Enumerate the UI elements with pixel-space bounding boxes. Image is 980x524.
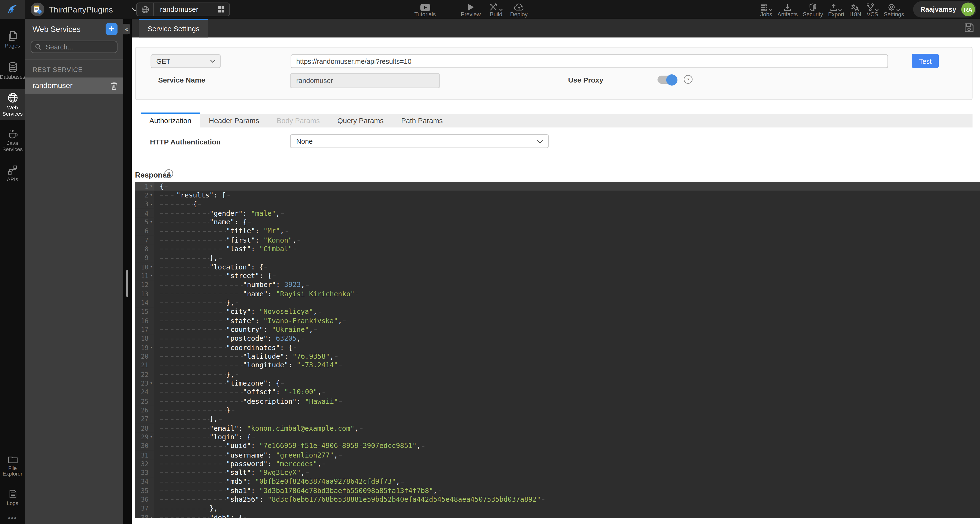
code-line[interactable]: 25"description": "Hawaii" [135,397,980,406]
tutorials-button[interactable]: Tutorials [414,0,436,19]
open-service-tab[interactable]: randomuser [136,2,230,16]
sidebar-item-logs[interactable]: Logs [0,486,25,510]
code-line[interactable]: 17"country": "Ukraine", [135,325,980,334]
code-line[interactable]: 4"gender": "male", [135,209,980,218]
security-button[interactable]: Security [800,0,826,19]
code-line[interactable]: 31"username": "greenlion277", [135,451,980,459]
preview-button[interactable]: Preview [461,0,480,19]
code-line[interactable]: 2▾"results": [ [135,191,980,200]
code-line[interactable]: 38▾"dob": { [135,513,980,518]
vcs-button[interactable]: VCS [864,0,881,19]
panel-resize-handle[interactable] [126,270,128,297]
http-method-select[interactable]: GET [151,54,221,68]
chevron-down-icon [875,8,879,11]
code-line[interactable]: 14}, [135,298,980,307]
code-line[interactable]: 27}, [135,414,980,424]
code-line[interactable]: 7"first": "Konon", [135,236,980,245]
sidebar-item-web-services[interactable]: Web Services [0,89,25,120]
project-icon [31,2,45,16]
code-line[interactable]: 1▾{ [135,182,980,191]
code-line[interactable]: 5▾"name": { [135,218,980,227]
service-name-input[interactable] [290,73,440,88]
code-line[interactable]: 37}, [135,504,980,513]
build-button[interactable]: Build [489,0,503,19]
code-line[interactable]: 29▾"login": { [135,433,980,441]
folder-icon [7,456,18,464]
request-url-input[interactable] [291,54,888,68]
jobs-button[interactable]: Jobs [757,0,775,19]
more-options-icon[interactable]: ••• [8,514,17,521]
panel-edge-strip: « [123,19,132,524]
export-button[interactable]: Export [826,0,847,19]
tab-service-settings[interactable]: Service Settings [139,19,208,37]
code-line[interactable]: 30"uuid": "7e166959-f51e-4906-8959-3907e… [135,441,980,450]
code-line[interactable]: 18"postcode": 63205, [135,334,980,343]
code-line[interactable]: 28"email": "konon.cimbal@example.com", [135,424,980,433]
i18n-button[interactable]: I18N [847,0,864,19]
code-line[interactable]: 3▾{ [135,200,980,209]
service-search[interactable] [31,41,118,53]
code-line[interactable]: 13"name": "Rayisi Kirichenko" [135,289,980,298]
proxy-help-icon[interactable]: ? [684,75,692,84]
code-line[interactable]: 11▾"street": { [135,272,980,280]
delete-service-icon[interactable] [111,82,118,90]
code-line[interactable]: 12"number": 3923, [135,280,980,289]
app-logo[interactable] [0,0,25,19]
sidebar-item-databases[interactable]: Databases [0,58,25,83]
sidebar-item-file-explorer[interactable]: File Explorer [0,452,25,481]
service-list-item-randomuser[interactable]: randomuser [25,78,123,94]
code-line[interactable]: 15"city": "Novoselicya", [135,307,980,316]
use-proxy-toggle[interactable] [657,76,676,84]
param-tab-strip: Header Params Body Params Query Params P… [200,114,972,127]
settings-button[interactable]: Settings [881,0,907,19]
code-line[interactable]: 34"md5": "0bfb2e0f82463874aa9278642cfd9f… [135,477,980,486]
tab-header-params[interactable]: Header Params [200,117,268,124]
tab-path-params[interactable]: Path Params [392,117,451,124]
code-line[interactable]: 22}, [135,370,980,379]
globe-icon [7,93,18,103]
code-line[interactable]: 8"last": "Cimbal" [135,245,980,253]
code-line[interactable]: 19▾"coordinates": { [135,343,980,352]
code-line[interactable]: 21"longitude": "-73.2414" [135,361,980,370]
code-line[interactable]: 9}, [135,253,980,262]
http-authentication-select[interactable]: None [290,134,549,148]
gear-icon [888,3,896,11]
grid-icon[interactable] [217,6,225,13]
search-input[interactable] [45,43,113,51]
server-stack-icon [760,3,768,11]
code-line[interactable]: 24"offset": "-10:00", [135,388,980,397]
tutorials-icon [420,3,430,11]
cloud-upload-icon [514,3,524,11]
code-line[interactable]: 36"sha256": "8d3cf6eb617768b6538881e59bd… [135,495,980,504]
user-menu[interactable]: Raajvamsy RA [913,1,976,17]
service-settings-content: GET Test Service Name Use Proxy ? Author… [132,37,980,524]
test-button[interactable]: Test [912,54,939,68]
code-line[interactable]: 32"password": "mercedes", [135,459,980,468]
response-help-icon[interactable]: ? [164,169,173,178]
project-name: ThirdPartyPlugins [49,5,113,14]
code-line[interactable]: 23▾"timezone": { [135,379,980,388]
left-nav-rail: Pages Databases Web Services Java Servic… [0,19,25,524]
code-line[interactable]: 26} [135,406,980,414]
tab-authorization[interactable]: Authorization [141,113,200,128]
sidebar-item-apis[interactable]: APIs [0,161,25,186]
http-authentication-label: HTTP Authentication [150,138,221,146]
sidebar-item-java-services[interactable]: Java Services [0,126,25,156]
code-line[interactable]: 6"title": "Mr", [135,227,980,236]
code-line[interactable]: 10▾"location": { [135,262,980,272]
add-service-button[interactable]: + [106,23,117,35]
tab-query-params[interactable]: Query Params [329,117,392,124]
collapse-panel-button[interactable]: « [123,24,130,34]
code-line[interactable]: 20"latitude": "76.9358", [135,352,980,361]
project-selector[interactable]: ThirdPartyPlugins [31,2,139,16]
response-code-editor[interactable]: 1▾{2▾"results": [3▾{4"gender": "male",5▾… [135,182,980,518]
save-icon[interactable] [964,22,974,33]
code-line[interactable]: 35"sha1": "3d3ba17864d78bd3baefb550098a8… [135,486,980,495]
deploy-button[interactable]: Deploy [510,0,528,19]
sidebar-item-pages[interactable]: Pages [0,27,25,52]
artifacts-button[interactable]: Artifacts [775,0,800,19]
main-area: Service Settings GET Test Service Name U… [132,19,980,524]
search-icon [35,44,41,50]
code-line[interactable]: 33"salt": "9wg3LcyX", [135,468,980,477]
code-line[interactable]: 16"state": "Ivano-Frankivska", [135,316,980,325]
